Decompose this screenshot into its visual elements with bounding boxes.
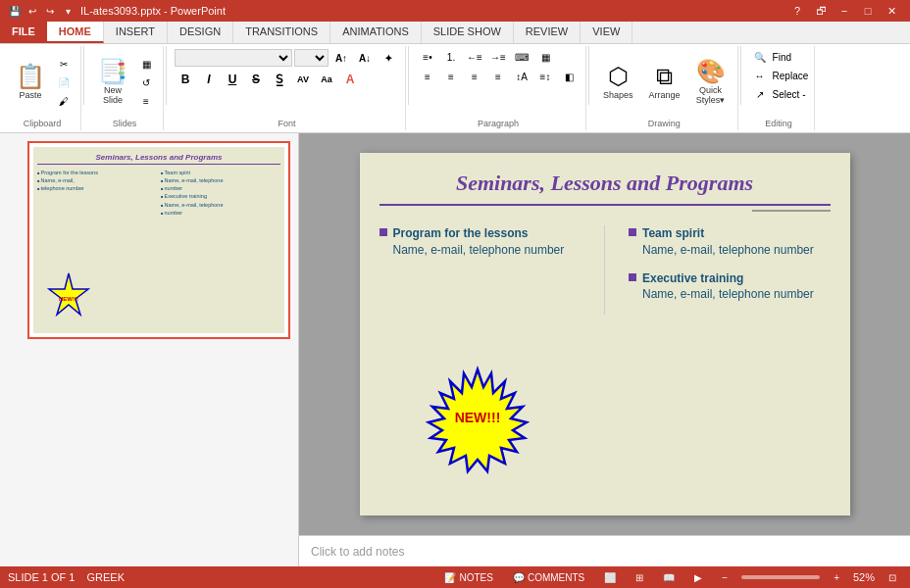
align-left-button[interactable]: ≡	[417, 68, 438, 85]
undo-icon[interactable]: ↩	[25, 4, 39, 18]
align-right-button[interactable]: ≡	[464, 68, 485, 85]
font-family-select[interactable]	[175, 49, 292, 67]
text-direction-button[interactable]: ↕A	[511, 68, 532, 85]
justify-button[interactable]: ≡	[487, 68, 509, 85]
slide-sorter-button[interactable]: ⊞	[630, 572, 649, 583]
zoom-out-button[interactable]: −	[716, 572, 733, 583]
customize-icon[interactable]: ▾	[61, 4, 75, 18]
find-label[interactable]: Find	[773, 52, 791, 63]
bold-button[interactable]: B	[175, 70, 196, 89]
tab-file[interactable]: FILE	[0, 22, 47, 43]
zoom-in-button[interactable]: +	[828, 572, 845, 583]
slide-main[interactable]: Seminars, Lessons and Programs Program f…	[360, 153, 850, 515]
slide-main-title[interactable]: Seminars, Lessons and Programs	[360, 153, 850, 204]
slide-info: SLIDE 1 OF 1	[8, 571, 75, 583]
convert-to-smartart-button[interactable]: ◧	[558, 68, 580, 85]
format-painter-button[interactable]: 🖌	[53, 92, 75, 110]
thumb-star-badge: NEW!!!	[43, 271, 94, 325]
zoom-slider[interactable]	[741, 575, 820, 579]
slide-content-area: Program for the lessons Name, e-mail, te…	[360, 225, 850, 315]
reset-button[interactable]: ↺	[135, 74, 157, 91]
help-button[interactable]: ?	[786, 0, 808, 22]
underline-button[interactable]: U	[222, 70, 243, 89]
thumb-bullet-5: Name, e-mail, telephone	[161, 177, 280, 184]
tab-animations[interactable]: ANIMATIONS	[330, 22, 422, 43]
tab-insert[interactable]: INSERT	[104, 22, 168, 43]
bullet-text-1: Program for the lessons Name, e-mail, te…	[393, 225, 565, 259]
paragraph-group: ≡• 1. ←≡ →≡ ⌨ ▦ ≡ ≡ ≡ ≡ ↕A ≡↕ ◧ Paragrap	[411, 46, 586, 130]
thumb-bullet-2: Name, e-mail,	[37, 177, 157, 184]
cut-button[interactable]: ✂	[53, 55, 75, 73]
decrease-indent-button[interactable]: ←≡	[464, 48, 485, 66]
notes-area[interactable]: Click to add notes	[299, 535, 910, 566]
para-row2: ≡ ≡ ≡ ≡ ↕A ≡↕ ◧	[417, 68, 580, 85]
close-button[interactable]: ✕	[881, 0, 902, 22]
arrange-button[interactable]: ⧉ Arrange	[643, 61, 686, 104]
bullet-marker-2	[629, 228, 636, 236]
thumb-title: Seminars, Lessons and Programs	[37, 153, 280, 162]
redo-icon[interactable]: ↪	[43, 4, 57, 18]
tab-home[interactable]: HOME	[47, 22, 104, 43]
save-icon[interactable]: 💾	[8, 4, 22, 18]
slides-label: Slides	[113, 117, 137, 128]
ribbon: FILE HOME INSERT DESIGN TRANSITIONS ANIM…	[0, 22, 910, 133]
new-slide-button[interactable]: 📑 NewSlide	[92, 56, 133, 109]
font-color-button[interactable]: A	[339, 70, 361, 89]
paste-button[interactable]: 📋 Paste	[10, 61, 51, 104]
normal-view-button[interactable]: ⬜	[598, 572, 622, 583]
replace-label[interactable]: Replace	[773, 71, 809, 81]
notes-button[interactable]: 📝 NOTES	[438, 572, 498, 583]
clipboard-small-btns: ✂ 📄 🖌	[53, 55, 75, 110]
slide-title-line	[379, 204, 831, 206]
font-grow-button[interactable]: A↑	[330, 48, 352, 68]
copy-button[interactable]: 📄	[53, 74, 75, 91]
select-label[interactable]: Select -	[773, 89, 806, 100]
bullets-button[interactable]: ≡•	[417, 48, 438, 66]
tab-slideshow[interactable]: SLIDE SHOW	[422, 22, 514, 43]
new-slide-label: NewSlide	[103, 85, 123, 105]
reading-view-button[interactable]: 📖	[657, 572, 681, 583]
tab-design[interactable]: DESIGN	[168, 22, 233, 43]
clipboard-label: Clipboard	[24, 117, 62, 128]
fit-slide-button[interactable]: ⊡	[883, 572, 902, 583]
italic-button[interactable]: I	[198, 70, 220, 89]
minimize-button[interactable]: −	[834, 0, 855, 22]
columns-button[interactable]: ▦	[534, 48, 556, 66]
tab-review[interactable]: REVIEW	[514, 22, 581, 43]
para-row1: ≡• 1. ←≡ →≡ ⌨ ▦	[417, 48, 580, 66]
font-shrink-button[interactable]: A↓	[354, 48, 376, 68]
maximize-button[interactable]: □	[857, 0, 879, 22]
slide-canvas[interactable]: Seminars, Lessons and Programs Program f…	[299, 133, 910, 535]
section-button[interactable]: ≡	[135, 92, 157, 110]
font-row2: B I U S S̲ AV Aa A	[175, 70, 399, 89]
slide-thumbnail[interactable]: Seminars, Lessons and Programs Program f…	[27, 141, 290, 339]
editing-label: Editing	[765, 117, 792, 128]
strikethrough-button[interactable]: S	[245, 70, 267, 89]
shapes-button[interactable]: ⬡ Shapes	[597, 61, 639, 104]
comments-button[interactable]: 💬 COMMENTS	[507, 572, 590, 583]
quick-styles-button[interactable]: 🎨 QuickStyles▾	[690, 56, 732, 109]
smartart-button[interactable]: ⌨	[511, 48, 532, 66]
char-spacing-button[interactable]: AV	[292, 70, 314, 89]
slideshow-button[interactable]: ▶	[688, 572, 708, 583]
numbering-button[interactable]: 1.	[440, 48, 462, 66]
layout-button[interactable]: ▦	[135, 55, 157, 73]
increase-indent-button[interactable]: →≡	[487, 48, 509, 66]
align-text-button[interactable]: ≡↕	[534, 68, 556, 85]
tab-transitions[interactable]: TRANSITIONS	[233, 22, 330, 43]
case-button[interactable]: Aa	[316, 70, 337, 89]
tab-view[interactable]: VIEW	[581, 22, 632, 43]
bullet-sub-2: Name, e-mail, telephone number	[642, 242, 814, 259]
font-size-select[interactable]	[294, 49, 329, 67]
thumb-bullet-4: Team spirit	[161, 170, 280, 176]
restore-button[interactable]: 🗗	[810, 0, 832, 22]
arrange-icon: ⧉	[656, 65, 673, 88]
align-center-button[interactable]: ≡	[440, 68, 462, 85]
shadow-button[interactable]: S̲	[269, 70, 290, 89]
slides-panel: 1 Seminars, Lessons and Programs Program…	[0, 133, 299, 566]
bullet-sub-3: Name, e-mail, telephone number	[642, 286, 814, 303]
clear-format-button[interactable]: ✦	[378, 48, 399, 68]
thumb-bullet-3: telephone number	[37, 185, 157, 192]
replace-icon: ↔	[749, 67, 771, 84]
new-slide-icon: 📑	[98, 60, 127, 83]
